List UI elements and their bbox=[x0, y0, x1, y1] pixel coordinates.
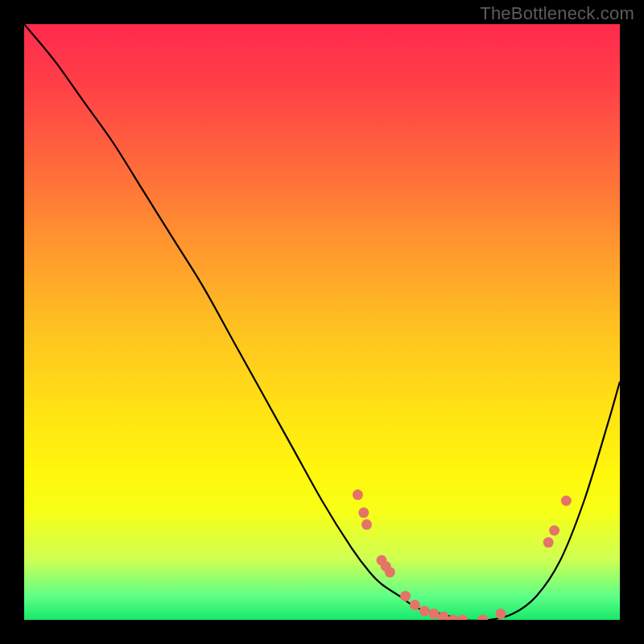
watermark-text: TheBottleneck.com bbox=[480, 3, 634, 24]
highlight-dot bbox=[419, 605, 430, 616]
highlight-dot bbox=[353, 489, 363, 500]
highlight-dot bbox=[358, 507, 369, 518]
highlight-dot bbox=[543, 537, 554, 547]
highlight-dot bbox=[549, 526, 559, 536]
highlight-dot bbox=[385, 567, 395, 577]
highlight-dot bbox=[457, 615, 468, 621]
highlight-dot bbox=[477, 615, 488, 621]
highlight-dot bbox=[400, 591, 411, 601]
highlight-dot bbox=[496, 609, 506, 619]
highlight-dots-group bbox=[353, 489, 572, 620]
highlight-dot bbox=[361, 519, 372, 530]
chart-frame: TheBottleneck.com bbox=[0, 0, 644, 644]
highlight-dot bbox=[561, 496, 572, 506]
plot-area bbox=[24, 24, 620, 620]
highlight-dot bbox=[410, 600, 420, 610]
bottleneck-curve-line bbox=[24, 24, 620, 620]
bottleneck-curve-svg bbox=[24, 24, 620, 620]
highlight-dot bbox=[429, 609, 440, 619]
